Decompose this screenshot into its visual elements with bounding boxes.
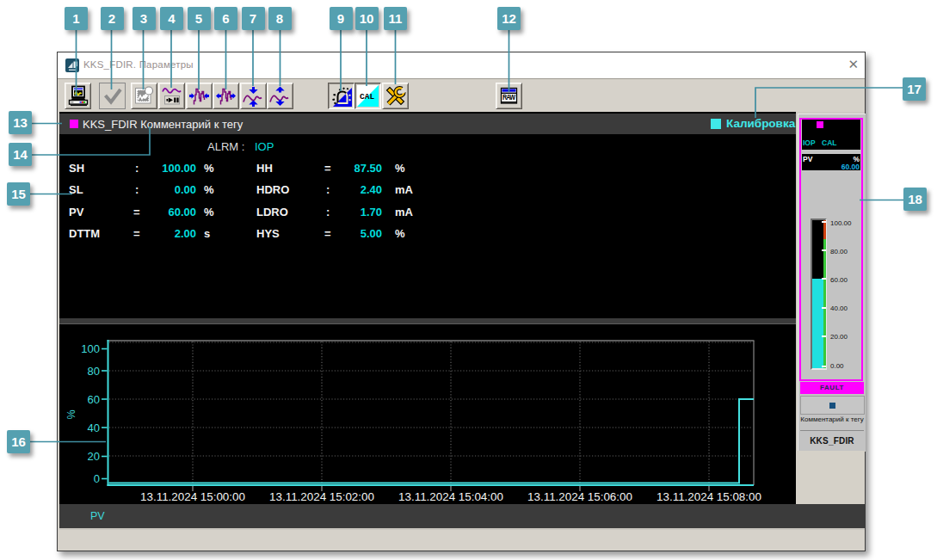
svg-text:13.11.2024 15:08:00: 13.11.2024 15:08:00 <box>657 490 761 503</box>
svg-text:60: 60 <box>88 393 100 406</box>
svg-text:40: 40 <box>88 422 100 434</box>
svg-text:13.11.2024 15:04:00: 13.11.2024 15:04:00 <box>398 490 503 503</box>
svg-text:100: 100 <box>81 342 100 355</box>
svg-text:13.11.2024 15:00:00: 13.11.2024 15:00:00 <box>140 490 245 503</box>
svg-text:80: 80 <box>88 365 100 378</box>
svg-text:CAL: CAL <box>360 92 374 102</box>
svg-text:20: 20 <box>88 450 100 463</box>
svg-text:13.11.2024 15:06:00: 13.11.2024 15:06:00 <box>527 490 632 503</box>
svg-text:RAW: RAW <box>502 93 515 102</box>
svg-text:0: 0 <box>94 472 100 485</box>
svg-text:%: % <box>65 409 77 419</box>
svg-text:13.11.2024 15:02:00: 13.11.2024 15:02:00 <box>269 490 374 503</box>
